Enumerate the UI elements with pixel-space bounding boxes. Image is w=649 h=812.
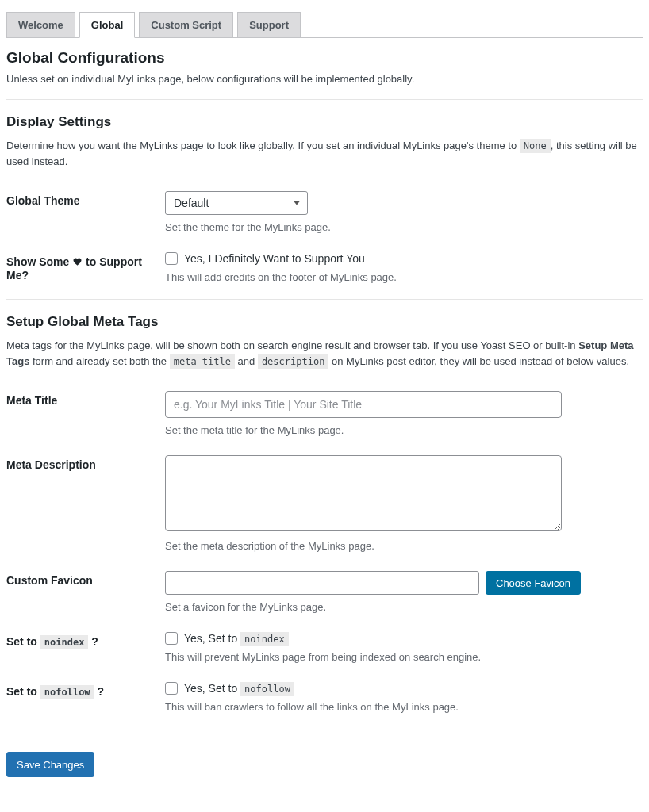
description-code: description — [258, 354, 328, 369]
noindex-help: This will prevent MyLinks page from bein… — [165, 651, 635, 663]
custom-favicon-help: Set a favicon for the MyLinks page. — [165, 601, 635, 613]
support-me-checkbox-label: Yes, I Definitely Want to Support You — [184, 252, 365, 265]
noindex-code: noindex — [40, 635, 89, 649]
heart-icon — [72, 256, 83, 269]
custom-favicon-input[interactable] — [165, 571, 479, 595]
none-code: None — [520, 139, 551, 153]
meta-description-help: Set the meta description of the MyLinks … — [165, 540, 635, 552]
tab-custom-script[interactable]: Custom Script — [139, 12, 233, 38]
display-settings-title: Display Settings — [6, 114, 643, 130]
nofollow-help: This will ban crawlers to follow all the… — [165, 701, 635, 713]
meta-title-help: Set the meta title for the MyLinks page. — [165, 424, 635, 436]
tab-bar: Welcome Global Custom Script Support — [6, 12, 643, 38]
global-theme-help: Set the theme for the MyLinks page. — [165, 221, 635, 233]
divider — [6, 299, 643, 300]
display-settings-desc: Determine how you want the MyLinks page … — [6, 138, 643, 169]
divider — [6, 737, 643, 737]
tab-support[interactable]: Support — [237, 12, 301, 38]
nofollow-checkbox[interactable] — [165, 682, 178, 695]
nofollow-label: Set to nofollow ? — [6, 672, 165, 722]
support-me-help: This will add credits on the footer of M… — [165, 271, 635, 283]
meta-tags-title: Setup Global Meta Tags — [6, 314, 643, 330]
custom-favicon-label: Custom Favicon — [6, 561, 165, 622]
meta-description-label: Meta Description — [6, 446, 165, 561]
tab-global[interactable]: Global — [79, 12, 135, 38]
choose-favicon-button[interactable]: Choose Favicon — [486, 571, 581, 595]
global-theme-label: Global Theme — [6, 182, 165, 243]
noindex-checkbox-label: Yes, Set to noindex — [184, 632, 289, 645]
tab-welcome[interactable]: Welcome — [6, 12, 75, 38]
noindex-checkbox[interactable] — [165, 632, 178, 645]
page-title: Global Configurations — [6, 49, 643, 67]
nofollow-checkbox-label: Yes, Set to nofollow — [184, 682, 294, 695]
global-theme-select[interactable]: Default — [165, 191, 308, 215]
save-changes-button[interactable]: Save Changes — [6, 752, 94, 777]
meta-title-code: meta title — [170, 354, 235, 369]
support-me-label: Show Some to Support Me? — [6, 243, 165, 294]
divider — [6, 99, 643, 100]
meta-title-label: Meta Title — [6, 381, 165, 446]
page-description: Unless set on individual MyLinks page, b… — [6, 73, 643, 85]
support-me-checkbox[interactable] — [165, 252, 178, 265]
noindex-code-inline: noindex — [240, 632, 289, 646]
noindex-label: Set to noindex ? — [6, 622, 165, 672]
meta-description-textarea[interactable] — [165, 455, 562, 531]
nofollow-code-inline: nofollow — [240, 682, 294, 696]
meta-title-input[interactable] — [165, 391, 562, 418]
nofollow-code: nofollow — [40, 685, 94, 699]
meta-tags-desc: Meta tags for the MyLinks page, will be … — [6, 338, 643, 369]
